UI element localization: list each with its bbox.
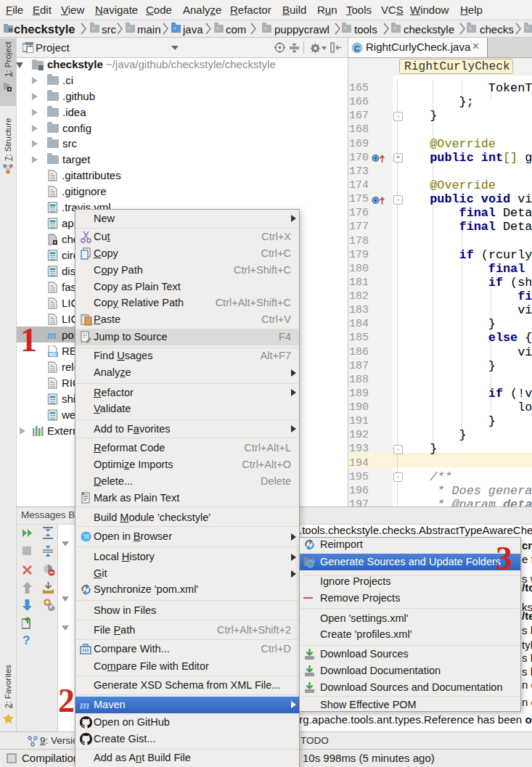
svg-text:MD: MD <box>49 352 57 357</box>
svg-text:C: C <box>354 44 360 53</box>
